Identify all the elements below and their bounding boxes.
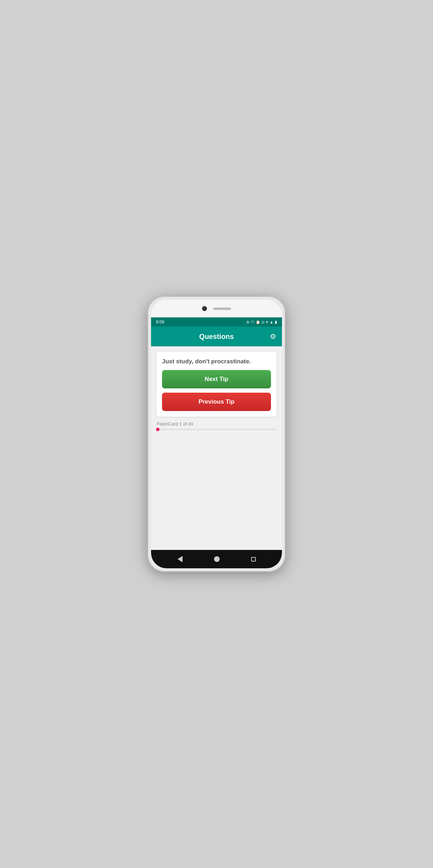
signal-icon: ▲ <box>270 320 273 324</box>
back-icon <box>178 556 183 562</box>
speaker <box>213 307 231 310</box>
settings-status-icon: ⚙ <box>246 320 249 324</box>
app-title: Questions <box>199 333 234 341</box>
status-icons: ⚙ 🛡 📋 ◎ ▾ ▲ ▮ <box>246 320 277 324</box>
content-area: Just study, don't procrastinate. Next Ti… <box>151 346 282 550</box>
app-bar: Questions ⚙ <box>151 327 282 346</box>
status-bar: 8:08 ⚙ 🛡 📋 ◎ ▾ ▲ ▮ <box>151 317 282 327</box>
recents-button[interactable] <box>248 554 259 564</box>
home-icon <box>214 556 220 562</box>
flash-card: Just study, don't procrastinate. Next Ti… <box>156 351 277 417</box>
progress-bar-track <box>157 429 276 430</box>
progress-label: FlashCard 1 of 49 <box>157 421 276 427</box>
home-button[interactable] <box>211 553 223 565</box>
clipboard-status-icon: 📋 <box>256 320 260 324</box>
back-button[interactable] <box>175 553 185 565</box>
shield-status-icon: 🛡 <box>251 320 254 324</box>
settings-icon[interactable]: ⚙ <box>270 332 276 341</box>
progress-section: FlashCard 1 of 49 <box>156 421 277 430</box>
nav-bar <box>151 550 282 568</box>
at-status-icon: ◎ <box>261 320 265 324</box>
status-time: 8:08 <box>156 319 164 324</box>
battery-icon: ▮ <box>275 320 277 324</box>
phone-top-hardware <box>151 306 282 311</box>
camera <box>202 306 207 311</box>
next-tip-button[interactable]: Next Tip <box>162 370 271 388</box>
wifi-icon: ▾ <box>266 320 268 324</box>
phone-inner: 8:08 ⚙ 🛡 📋 ◎ ▾ ▲ ▮ Questions ⚙ <box>151 300 282 568</box>
progress-dot <box>156 428 160 431</box>
card-tip-text: Just study, don't procrastinate. <box>162 357 271 366</box>
previous-tip-button[interactable]: Previous Tip <box>162 393 271 411</box>
screen: 8:08 ⚙ 🛡 📋 ◎ ▾ ▲ ▮ Questions ⚙ <box>151 317 282 568</box>
phone-device: 8:08 ⚙ 🛡 📋 ◎ ▾ ▲ ▮ Questions ⚙ <box>148 296 285 572</box>
recents-icon <box>251 557 256 562</box>
